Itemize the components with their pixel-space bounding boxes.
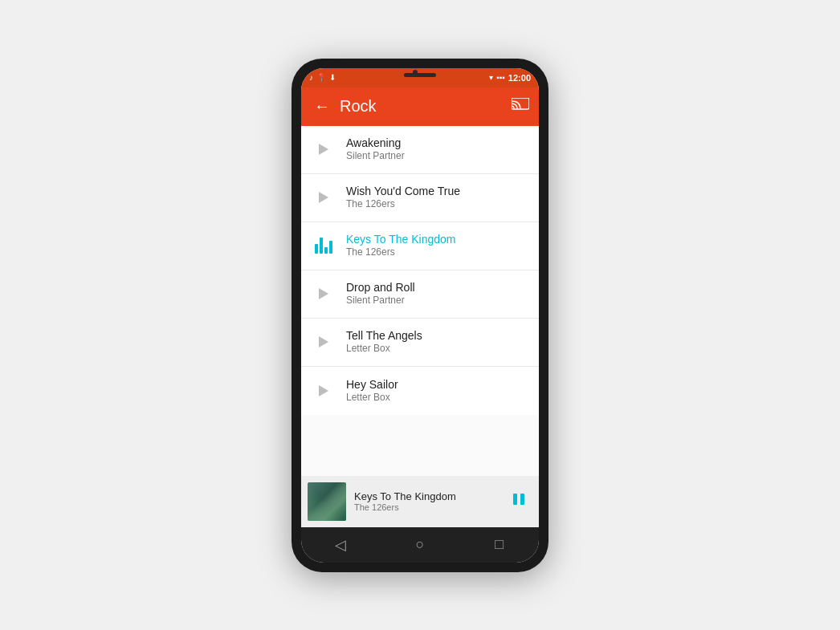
recents-nav-button[interactable]: □	[483, 529, 516, 561]
song-title: Keys To The Kingdom	[346, 232, 529, 246]
now-playing-bar[interactable]: Keys To The Kingdom The 126ers	[301, 476, 539, 527]
music-status-icon: ♪	[309, 73, 313, 82]
play-icon	[311, 185, 336, 210]
song-info: Hey Sailor Letter Box	[346, 377, 529, 404]
song-title: Hey Sailor	[346, 377, 529, 392]
song-artist: The 126ers	[346, 198, 529, 211]
song-info: Tell The Angels Letter Box	[346, 328, 529, 356]
now-playing-info: Keys To The Kingdom The 126ers	[354, 490, 505, 512]
status-icons-right: ▾ ▪▪▪ 12:00	[489, 73, 531, 83]
phone-screen: ♪ 📍 ⬇ ▾ ▪▪▪ 12:00 ← Rock	[301, 68, 539, 563]
play-icon	[311, 329, 336, 355]
status-icons-left: ♪ 📍 ⬇	[309, 73, 336, 82]
home-nav-button[interactable]: ○	[404, 529, 436, 561]
list-item[interactable]: Tell The Angels Letter Box	[301, 319, 539, 367]
play-icon	[311, 136, 336, 162]
song-artist: Letter Box	[346, 343, 529, 356]
cast-button[interactable]	[512, 98, 529, 116]
song-artist: Letter Box	[346, 392, 529, 404]
speaker-notch	[404, 73, 436, 77]
list-item[interactable]: Wish You'd Come True The 126ers	[301, 174, 539, 222]
now-playing-title: Keys To The Kingdom	[354, 490, 505, 502]
song-info: Keys To The Kingdom The 126ers	[346, 232, 529, 259]
equalizer-icon	[311, 233, 336, 258]
list-item[interactable]: Awakening Silent Partner	[301, 126, 539, 174]
song-title: Wish You'd Come True	[346, 184, 529, 198]
pin-status-icon: 📍	[316, 73, 326, 82]
song-title: Tell The Angels	[346, 328, 529, 343]
song-list: Awakening Silent Partner Wish You'd Come…	[301, 126, 539, 476]
phone-device: ♪ 📍 ⬇ ▾ ▪▪▪ 12:00 ← Rock	[292, 59, 548, 572]
list-item[interactable]: Hey Sailor Letter Box	[301, 367, 539, 415]
album-art	[308, 482, 346, 521]
list-item[interactable]: Keys To The Kingdom The 126ers	[301, 222, 539, 270]
song-info: Drop and Roll Silent Partner	[346, 280, 529, 307]
nav-bar: ◁ ○ □	[301, 527, 539, 563]
song-artist: Silent Partner	[346, 150, 529, 163]
song-title: Awakening	[346, 136, 529, 150]
back-nav-button[interactable]: ◁	[324, 529, 357, 561]
svg-rect-1	[513, 494, 517, 505]
wifi-icon: ▾	[489, 73, 493, 82]
back-button[interactable]: ←	[311, 97, 333, 116]
pause-button[interactable]	[505, 489, 532, 514]
song-info: Awakening Silent Partner	[346, 136, 529, 163]
play-icon	[311, 378, 336, 404]
top-bar: ← Rock	[301, 87, 539, 126]
now-playing-artist: The 126ers	[354, 502, 505, 512]
signal-icon: ▪▪▪	[496, 73, 505, 82]
song-title: Drop and Roll	[346, 280, 529, 295]
svg-rect-2	[520, 494, 524, 505]
page-title: Rock	[340, 97, 512, 116]
song-artist: Silent Partner	[346, 295, 529, 307]
song-info: Wish You'd Come True The 126ers	[346, 184, 529, 211]
download-status-icon: ⬇	[329, 73, 336, 82]
list-item[interactable]: Drop and Roll Silent Partner	[301, 270, 539, 319]
song-artist: The 126ers	[346, 246, 529, 259]
status-time: 12:00	[508, 73, 531, 83]
status-bar: ♪ 📍 ⬇ ▾ ▪▪▪ 12:00	[301, 68, 539, 87]
play-icon	[311, 281, 336, 307]
